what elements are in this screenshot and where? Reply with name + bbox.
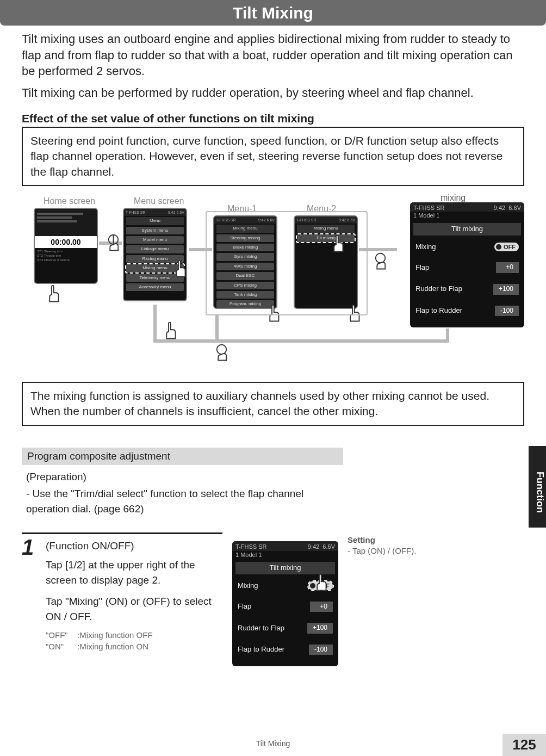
preparation-label: (Preparation) — [26, 470, 524, 484]
panel-model: 1 Model 1 — [410, 212, 524, 221]
setting-label: Setting — [348, 535, 524, 546]
side-tab-function: Function — [529, 446, 546, 528]
setting-body: - Tap (ON) / (OFF). — [348, 546, 416, 555]
effect-box: Steering end point function, curve funct… — [22, 127, 524, 186]
home-timer: 00:00.00 — [35, 236, 97, 248]
hand-pointer-icon — [173, 260, 189, 280]
hand-pointer-icon — [215, 344, 231, 363]
step-heading: (Function ON/OFF) — [46, 538, 222, 554]
intro-paragraph-1: Tilt mixing uses an outboard engine and … — [22, 31, 524, 79]
step-number: 1 — [22, 532, 46, 660]
on-key: "ON" — [46, 641, 75, 652]
channel-note-box: The mixing function is assigned to auxil… — [22, 382, 524, 426]
intro-paragraph-2: Tilt mixing can be performed by rudder o… — [22, 85, 524, 101]
mixing-toggle[interactable]: OFF — [494, 243, 519, 251]
hand-pointer-icon — [46, 285, 63, 305]
off-key: "OFF" — [46, 629, 75, 641]
step-1: 1 (Function ON/OFF) Tap [1/2] at the upp… — [22, 532, 524, 660]
hand-pointer-icon — [374, 252, 390, 272]
navigation-flow-diagram: Home screen Menu screen Menu-1 Menu-2 mi… — [22, 196, 524, 370]
flap-row[interactable]: Flap +0 — [410, 257, 524, 278]
mixing-panel: T-FHSS SR 9:42 6.6V 1 Model 1 Tilt mixin… — [410, 202, 524, 327]
off-value: :Mixing function OFF — [77, 630, 152, 640]
preparation-item: - Use the "Trim/dial select" function to… — [26, 486, 348, 516]
flap-to-rudder-row[interactable]: Flap to Rudder -100 — [410, 300, 524, 322]
panel-head-left: T-FHSS SR — [413, 204, 444, 212]
menu-screen-mini: T-FHSS SR9:42 6.6V Menu System menu Mode… — [123, 208, 187, 301]
svg-point-1 — [376, 253, 386, 263]
hand-pointer-icon — [163, 322, 179, 342]
rudder-to-flap-row[interactable]: Rudder to Flap +100 — [410, 278, 524, 300]
mixing-panel-step: T-FHSS SR 9:42 6.6V 1 Model 1 Tilt mixin… — [232, 541, 338, 666]
mixing-toggle-row[interactable]: Mixing OFF — [410, 237, 524, 257]
menu-screen-label: Menu screen — [134, 196, 184, 207]
home-screen-label: Home screen — [44, 196, 95, 207]
page-title: Tilt Mixing — [0, 0, 546, 26]
home-screen-mini: 00:00.00 ST1 Steering trim ST2 Throttle … — [34, 208, 98, 284]
menu-group-outline — [206, 211, 368, 315]
hand-pointer-icon — [107, 234, 123, 253]
hand-pointer-icon — [314, 574, 330, 593]
step-line-2: Tap "Mixing" (ON) or (OFF) to select ON … — [46, 594, 222, 625]
effect-heading: Effect of the set value of other functio… — [22, 111, 524, 126]
footer-title: Tilt Mixing — [0, 739, 546, 748]
on-value: :Mixing function ON — [77, 642, 148, 651]
page-number: 125 — [502, 734, 546, 756]
program-adjust-heading: Program composite adjustment — [22, 448, 343, 466]
svg-point-2 — [217, 345, 227, 355]
step-line-1: Tap [1/2] at the upper right of the scre… — [46, 557, 222, 588]
panel-title: Tilt mixing — [413, 223, 521, 236]
